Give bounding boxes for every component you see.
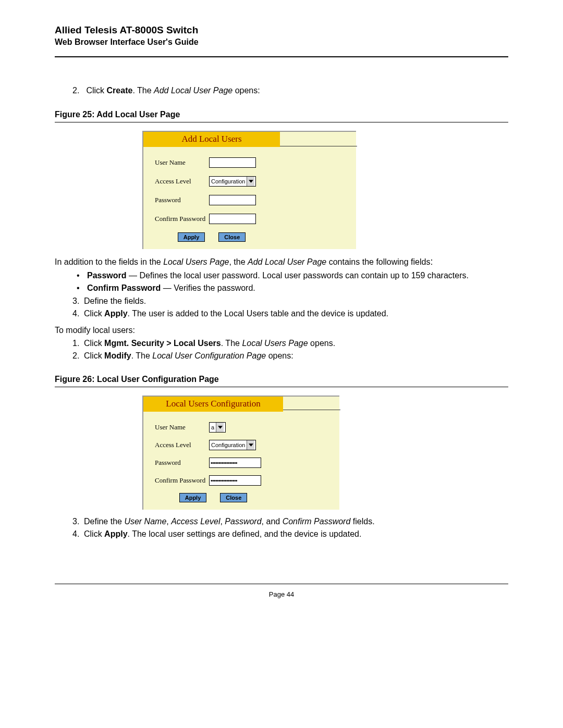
close-button[interactable]: Close xyxy=(218,232,246,242)
steps-after-fig25: 3.Define the fields. 4.Click Apply. The … xyxy=(55,295,508,319)
accesslevel-label: Access Level xyxy=(155,177,209,186)
accesslevel-label: Access Level xyxy=(155,441,209,449)
confirm-password-input[interactable] xyxy=(209,475,261,486)
password-input[interactable] xyxy=(209,195,256,205)
modify-steps: 1.Click Mgmt. Security > Local Users. Th… xyxy=(55,338,508,361)
step-4: 4.Click Apply. The user is added to the … xyxy=(55,308,508,319)
card-title: Add Local Users xyxy=(143,132,280,147)
local-users-config-card: Local Users Configuration User Name a Ac… xyxy=(142,396,339,510)
chevron-down-icon xyxy=(216,423,224,432)
step-3b: 3.Define the User Name, Access Level, Pa… xyxy=(55,516,508,527)
username-label: User Name xyxy=(155,423,209,431)
header-rule xyxy=(55,56,508,57)
figure-25-caption: Figure 25: Add Local User Page xyxy=(55,110,508,119)
card-title: Local Users Configuration xyxy=(143,397,283,412)
confirm-password-input[interactable] xyxy=(209,214,256,224)
fig25-rule xyxy=(55,122,508,122)
apply-button[interactable]: Apply xyxy=(179,493,207,502)
figure-26: Local Users Configuration User Name a Ac… xyxy=(55,396,508,510)
field-bullets: Password — Defines the local user passwo… xyxy=(72,270,508,293)
add-local-users-card: Add Local Users User Name Access Level C… xyxy=(142,131,356,249)
page-footer: Page 44 xyxy=(0,584,563,599)
accesslevel-select[interactable]: Configuration xyxy=(209,176,256,187)
accesslevel-select[interactable]: Configuration xyxy=(209,440,256,450)
fig25-followup: In addition to the fields in the Local U… xyxy=(55,255,508,268)
confirm-password-label: Confirm Password xyxy=(155,476,209,485)
step-3: 3.Define the fields. xyxy=(55,295,508,307)
chevron-down-icon xyxy=(247,177,254,186)
confirm-password-label: Confirm Password xyxy=(155,215,209,223)
password-label: Password xyxy=(155,459,209,467)
chevron-down-icon xyxy=(247,440,254,450)
doc-subtitle: Web Browser Interface User's Guide xyxy=(55,38,508,47)
steps-after-fig26: 3.Define the User Name, Access Level, Pa… xyxy=(55,516,508,539)
username-input[interactable] xyxy=(209,157,256,168)
figure-25: Add Local Users User Name Access Level C… xyxy=(55,131,508,249)
bullet-password: Password — Defines the local user passwo… xyxy=(72,270,508,281)
figure-26-caption: Figure 26: Local User Configuration Page xyxy=(55,375,508,384)
step-4b: 4.Click Apply. The local user settings a… xyxy=(55,528,508,540)
password-input[interactable] xyxy=(209,458,261,468)
doc-title: Allied Telesis AT-8000S Switch xyxy=(55,24,508,36)
modify-step-1: 1.Click Mgmt. Security > Local Users. Th… xyxy=(55,338,508,349)
username-label: User Name xyxy=(155,158,209,167)
modify-intro: To modify local users: xyxy=(55,325,508,336)
modify-step-2: 2.Click Modify. The Local User Configura… xyxy=(55,350,508,362)
bullet-confirm-password: Confirm Password — Verifies the password… xyxy=(72,282,508,294)
close-button[interactable]: Close xyxy=(220,493,247,502)
apply-button[interactable]: Apply xyxy=(178,232,205,242)
fig26-rule xyxy=(55,387,508,387)
page-number: Page 44 xyxy=(269,590,294,598)
username-select[interactable]: a xyxy=(209,422,226,433)
step-2: 2. Click Create. The Add Local User Page… xyxy=(72,86,508,95)
password-label: Password xyxy=(155,196,209,204)
